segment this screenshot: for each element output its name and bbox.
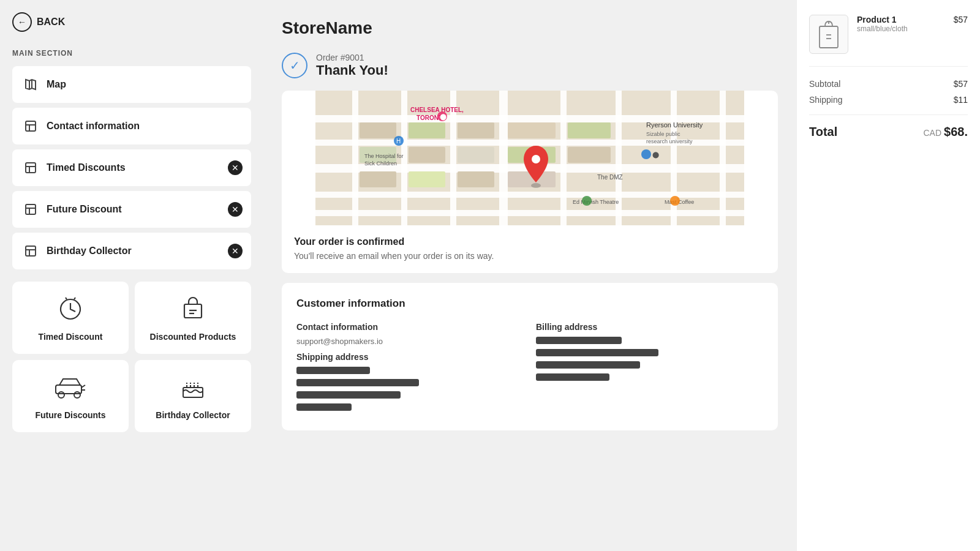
customer-info-section: Customer information Contact information…	[282, 283, 778, 430]
svg-point-81	[670, 196, 680, 206]
svg-rect-2	[26, 121, 36, 131]
back-button[interactable]: ← BACK	[12, 12, 251, 32]
svg-rect-60	[458, 171, 494, 187]
price-rows: Subtotal $57 Shipping $11	[809, 79, 968, 115]
svg-point-21	[58, 392, 64, 398]
map-icon	[22, 76, 39, 93]
total-value: CAD$68.	[924, 125, 968, 139]
timed-discounts-remove-button[interactable]: ✕	[228, 160, 243, 175]
subtotal-row: Subtotal $57	[809, 79, 968, 89]
back-label: BACK	[37, 17, 65, 28]
shipping-bar-1	[296, 367, 370, 374]
svg-text:H: H	[396, 138, 401, 144]
birthday-collector-remove-button[interactable]: ✕	[228, 244, 243, 258]
billing-info-col: Billing address	[536, 322, 763, 416]
svg-text:The Hospital for: The Hospital for	[364, 153, 404, 159]
billing-bar-2	[536, 349, 658, 356]
svg-text:CHELSEA HOTEL,: CHELSEA HOTEL,	[410, 107, 464, 113]
contact-info-heading: Contact information	[296, 322, 524, 332]
map-section: Ryerson University Sizable public resear…	[282, 91, 778, 273]
grid-item-discounted-products[interactable]: Discounted Products	[135, 282, 251, 354]
svg-text:Sizable public: Sizable public	[646, 131, 680, 137]
svg-rect-5	[26, 163, 36, 173]
svg-rect-50	[458, 122, 494, 138]
svg-rect-8	[26, 204, 36, 214]
shipping-bar-2	[296, 379, 419, 386]
customer-info-heading: Customer information	[296, 298, 763, 310]
birthday-collector-grid-label: Birthday Collector	[156, 410, 230, 420]
svg-text:Ryerson University: Ryerson University	[646, 121, 703, 129]
product-price: $57	[954, 15, 968, 24]
sidebar-item-map[interactable]: Map	[12, 66, 251, 103]
shipping-bar-4	[296, 403, 352, 411]
total-label: Total	[809, 125, 837, 139]
svg-text:⬤: ⬤	[440, 113, 447, 121]
thank-you-text: Thank You!	[316, 62, 388, 78]
svg-point-63	[532, 155, 540, 163]
product-name: Product 1	[857, 15, 945, 24]
billing-address-heading: Billing address	[536, 322, 763, 332]
right-panel: Product 1 small/blue/cloth $57 Subtotal …	[796, 0, 980, 551]
sidebar: ← BACK MAIN SECTION Map Con	[0, 0, 263, 551]
shipping-row: Shipping $11	[809, 95, 968, 105]
svg-line-15	[66, 298, 67, 299]
svg-rect-59	[409, 171, 445, 187]
timed-discount-label: Timed Discount	[39, 332, 103, 342]
contact-details-label: Contact information	[47, 121, 140, 132]
svg-point-80	[582, 196, 592, 206]
shipping-bar-3	[296, 391, 401, 399]
svg-rect-55	[458, 147, 494, 163]
subtotal-value: $57	[954, 79, 968, 89]
product-item: Product 1 small/blue/cloth $57	[809, 15, 968, 67]
info-grid: Contact information support@shopmakers.i…	[296, 322, 763, 416]
product-variant: small/blue/cloth	[857, 24, 945, 33]
svg-rect-47	[720, 91, 726, 225]
billing-bar-3	[536, 361, 640, 369]
contact-info-col: Contact information support@shopmakers.i…	[296, 322, 524, 416]
sidebar-item-timed-discounts[interactable]: Timed Discounts ✕	[12, 149, 251, 186]
order-info: Order #9001 Thank You!	[316, 53, 388, 78]
svg-point-22	[74, 392, 80, 398]
product-details: Product 1 small/blue/cloth	[857, 15, 945, 33]
timed-discounts-label: Timed Discounts	[47, 162, 126, 173]
svg-rect-45	[616, 91, 622, 225]
sidebar-item-contact-details[interactable]: Contact information	[12, 108, 251, 144]
svg-rect-38	[315, 192, 744, 198]
discounted-products-label: Discounted Products	[150, 332, 236, 342]
future-discount-label: Future Discount	[47, 204, 122, 215]
product-image	[809, 15, 848, 54]
map-container: Ryerson University Sizable public resear…	[282, 91, 778, 225]
svg-rect-49	[409, 122, 445, 138]
map-label: Map	[47, 79, 66, 90]
svg-rect-11	[26, 246, 36, 256]
svg-text:Sick Children: Sick Children	[364, 160, 397, 167]
svg-text:Ed Mirvish Theatre: Ed Mirvish Theatre	[573, 199, 619, 205]
order-number: Order #9001	[316, 53, 388, 62]
billing-bar-1	[536, 337, 622, 344]
billing-bar-4	[536, 373, 609, 381]
confirmed-heading: Your order is confirmed	[294, 236, 766, 247]
shipping-address-heading: Shipping address	[296, 352, 524, 362]
main-content: StoreName ✓ Order #9001 Thank You!	[263, 0, 796, 551]
svg-text:The DMZ: The DMZ	[597, 174, 623, 181]
svg-rect-44	[560, 91, 567, 225]
nav-items-list: Map Contact information Timed Discou	[12, 66, 251, 269]
grid-item-birthday-collector[interactable]: Birthday Collector	[135, 360, 251, 432]
sidebar-item-birthday-collector[interactable]: Birthday Collector ✕	[12, 233, 251, 269]
section-label: MAIN SECTION	[12, 49, 251, 58]
contact-email: support@shopmakers.io	[296, 337, 524, 346]
svg-rect-57	[568, 147, 611, 163]
birthday-collector-label: Birthday Collector	[47, 246, 132, 257]
order-check-icon: ✓	[282, 53, 307, 78]
future-discount-remove-button[interactable]: ✕	[228, 202, 243, 217]
grid-items: Timed Discount Discounted Products	[12, 282, 251, 432]
shipping-value: $11	[954, 95, 968, 105]
subtotal-label: Subtotal	[809, 79, 840, 89]
confirmed-subtext: You'll receive an email when your order …	[294, 251, 766, 261]
svg-rect-40	[352, 91, 358, 225]
grid-item-future-discounts[interactable]: Future Discounts	[12, 360, 129, 432]
total-row: Total CAD$68.	[809, 125, 968, 139]
grid-item-timed-discount[interactable]: Timed Discount	[12, 282, 129, 354]
total-currency: CAD	[924, 128, 942, 138]
sidebar-item-future-discount[interactable]: Future Discount ✕	[12, 191, 251, 228]
